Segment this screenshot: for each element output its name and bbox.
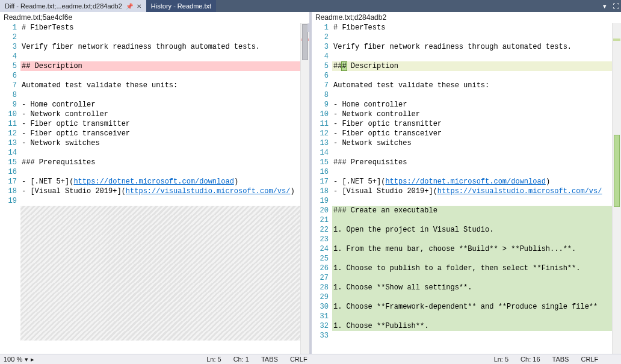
hatch-row	[20, 244, 309, 254]
code-line[interactable]	[332, 167, 621, 177]
editor-left[interactable]: 12345678910111213141516171819 # FiberTes…	[0, 23, 309, 354]
code-line[interactable]	[332, 52, 621, 61]
code-left[interactable]: # FiberTestsVerify fiber network readine…	[20, 23, 309, 354]
code-line[interactable]: - Network controller	[332, 110, 621, 119]
code-line[interactable]: - [.NET 5+](https://dotnet.microsoft.com…	[332, 177, 621, 187]
overview-mark-changed	[613, 39, 620, 41]
zoom-value: 100 %	[4, 356, 22, 363]
code-line[interactable]: Verify fiber network readiness through a…	[332, 42, 621, 52]
code-line[interactable]: ## Description	[20, 61, 309, 71]
code-line[interactable]: - Network switches	[332, 138, 621, 148]
close-icon[interactable]: ✕	[137, 3, 141, 10]
vscroll-right[interactable]	[612, 23, 621, 354]
code-line[interactable]: ### Prerequisites	[20, 158, 309, 167]
tab-diff-label: Diff - Readme.txt;...eadme.txt;d284adb2	[5, 2, 122, 10]
code-line[interactable]: - [Visual Studio 2019+](https://visualst…	[20, 187, 309, 196]
code-line[interactable]	[332, 235, 621, 244]
gutter-left: 12345678910111213141516171819	[0, 23, 20, 354]
hatch-row	[20, 225, 309, 235]
code-line[interactable]: - [.NET 5+](https://dotnet.microsoft.com…	[20, 177, 309, 187]
code-line[interactable]	[332, 312, 621, 321]
link[interactable]: https://visualstudio.microsoft.com/vs/	[126, 187, 291, 196]
tab-bar-spacer	[216, 0, 599, 12]
tab-history[interactable]: History - Readme.txt	[146, 0, 216, 12]
code-line[interactable]: - [Visual Studio 2019+](https://visualst…	[332, 187, 621, 196]
hatch-row	[20, 283, 309, 292]
code-line[interactable]	[20, 52, 309, 61]
window-dropdown-icon[interactable]: ▾	[599, 0, 610, 12]
code-line[interactable]: # FiberTests	[332, 23, 621, 32]
code-line[interactable]: Verify fiber network readiness through a…	[20, 42, 309, 52]
hatch-row	[20, 235, 309, 244]
hatch-row	[20, 264, 309, 273]
code-line[interactable]: ### Prerequisites	[332, 158, 621, 167]
code-line[interactable]: ### Create an executable	[332, 206, 621, 215]
code-line[interactable]: 1. Open the project in Visual Studio.	[332, 225, 621, 235]
editor-right[interactable]: 1234567891011121314151617181920212223242…	[312, 23, 621, 354]
hatch-row	[20, 292, 309, 302]
code-line[interactable]: 1. Choose **Framework-dependent** and **…	[332, 302, 621, 312]
code-line[interactable]	[332, 215, 621, 225]
hatch-row	[20, 331, 309, 341]
pin-icon[interactable]: 📌	[126, 3, 133, 10]
code-line[interactable]: - Fiber optic transmitter	[20, 119, 309, 129]
pane-left: Readme.txt;5ae4cf6e 12345678910111213141…	[0, 12, 312, 354]
pane-left-header: Readme.txt;5ae4cf6e	[0, 12, 309, 23]
tab-history-label: History - Readme.txt	[151, 2, 211, 10]
hatch-row	[20, 215, 309, 225]
chevron-down-icon[interactable]: ▾	[25, 356, 28, 363]
code-line[interactable]: - Fiber optic transceiver	[332, 129, 621, 138]
code-line[interactable]: - Fiber optic transmitter	[332, 119, 621, 129]
code-line[interactable]: Automated test validate these units:	[332, 81, 621, 90]
chevron-right-icon[interactable]: ▸	[31, 356, 34, 363]
code-line[interactable]: 1. Choose to publish to a folder, then s…	[332, 264, 621, 273]
code-line[interactable]: # FiberTests	[20, 23, 309, 32]
code-line[interactable]	[332, 292, 621, 302]
code-line[interactable]: Automated test validate these units:	[20, 81, 309, 90]
code-line[interactable]	[20, 167, 309, 177]
code-line[interactable]: - Home controller	[20, 100, 309, 110]
code-line[interactable]	[332, 273, 621, 283]
status-ln-right: Ln: 5	[488, 356, 514, 363]
code-line[interactable]	[20, 196, 309, 206]
code-line[interactable]	[20, 71, 309, 81]
hatch-row	[20, 302, 309, 312]
code-line[interactable]: - Home controller	[332, 100, 621, 110]
code-line[interactable]	[332, 71, 621, 81]
link[interactable]: https://dotnet.microsoft.com/download	[73, 177, 233, 186]
vscroll-left[interactable]	[300, 23, 309, 354]
code-line[interactable]: ### Description	[332, 61, 621, 71]
hatch-row	[20, 206, 309, 215]
status-bar: 100 % ▾ ▸ Ln: 5 Ch: 1 TABS CRLF Ln: 5 Ch…	[0, 354, 621, 364]
code-line[interactable]: - Network switches	[20, 138, 309, 148]
status-tabs-left: TABS	[255, 356, 284, 363]
code-right[interactable]: # FiberTestsVerify fiber network readine…	[332, 23, 621, 354]
code-line[interactable]	[332, 254, 621, 264]
hatch-row	[20, 254, 309, 264]
pane-right: Readme.txt;d284adb2 12345678910111213141…	[312, 12, 621, 354]
code-line[interactable]	[332, 148, 621, 158]
code-line[interactable]	[20, 90, 309, 100]
tab-diff[interactable]: Diff - Readme.txt;...eadme.txt;d284adb2 …	[0, 0, 146, 12]
code-line[interactable]	[20, 32, 309, 42]
status-ch-right: Ch: 16	[514, 356, 546, 363]
window-maximize-icon[interactable]: ⛶	[610, 0, 621, 12]
code-line[interactable]: - Network controller	[20, 110, 309, 119]
splitter-handle[interactable]	[307, 23, 309, 32]
link[interactable]: https://visualstudio.microsoft.com/vs/	[437, 187, 602, 196]
code-line[interactable]	[332, 90, 621, 100]
code-line[interactable]	[332, 32, 621, 42]
code-line[interactable]	[332, 196, 621, 206]
status-tabs-right: TABS	[546, 356, 575, 363]
code-line[interactable]: - Fiber optic transceiver	[20, 129, 309, 138]
link[interactable]: https://dotnet.microsoft.com/download	[385, 177, 545, 186]
status-ln-left: Ln: 5	[200, 356, 227, 363]
code-line[interactable]: 1. Choose **Publish**.	[332, 321, 621, 331]
zoom-control[interactable]: 100 % ▾ ▸	[0, 356, 38, 363]
code-line[interactable]	[20, 148, 309, 158]
code-line[interactable]	[332, 331, 621, 341]
diff-panes: Readme.txt;5ae4cf6e 12345678910111213141…	[0, 12, 621, 354]
code-line[interactable]: 1. Choose **Show all settings**.	[332, 283, 621, 292]
vscroll-thumb-right[interactable]	[614, 135, 620, 207]
code-line[interactable]: 1. From the menu bar, choose **Build** >…	[332, 244, 621, 254]
